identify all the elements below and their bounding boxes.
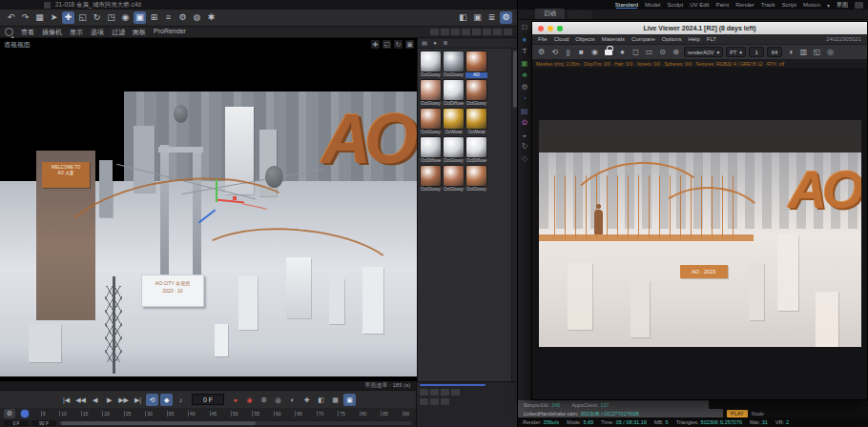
search-icon[interactable] bbox=[5, 28, 13, 36]
tracker-icon[interactable]: ◇ bbox=[522, 154, 527, 164]
material-label[interactable]: OctDiffuse bbox=[443, 101, 465, 107]
material-sphere-preview[interactable] bbox=[465, 165, 487, 187]
goto-start-button[interactable]: |◀ bbox=[60, 394, 72, 406]
move-icon[interactable]: ✚ bbox=[62, 11, 74, 24]
material-thumbnail[interactable]: OctGlossy bbox=[443, 165, 465, 193]
redo-icon[interactable]: ↷ bbox=[19, 11, 31, 24]
record-pla-icon[interactable]: ▦ bbox=[329, 394, 341, 406]
lv-reset-icon[interactable]: ◉ bbox=[589, 47, 600, 57]
timeline-settings-icon[interactable]: ⚙ bbox=[4, 409, 15, 418]
field-icon[interactable]: ▤ bbox=[521, 107, 528, 116]
menu-item[interactable]: 面板 bbox=[133, 28, 146, 37]
samples-field[interactable]: 64 bbox=[767, 47, 782, 57]
lv-focus-picker-icon[interactable]: ◻ bbox=[630, 47, 641, 57]
render-queue-icon[interactable]: ≣ bbox=[486, 11, 498, 24]
deformer-icon[interactable]: ⚙ bbox=[521, 83, 527, 92]
material-thumbnail[interactable]: OctMetal bbox=[465, 108, 487, 135]
layout-tab[interactable]: Render bbox=[735, 2, 754, 8]
material-list-icon[interactable]: ▤ bbox=[421, 39, 428, 47]
panel-scrollbar[interactable] bbox=[420, 384, 486, 386]
material-thumbnail[interactable]: OctGlossy bbox=[420, 108, 442, 135]
render-settings-icon[interactable]: ⚙ bbox=[500, 11, 512, 24]
kernel-dropdown[interactable]: PT▾ bbox=[726, 47, 746, 57]
range-end-field[interactable]: 90 F bbox=[31, 420, 56, 426]
coordinate-system-icon[interactable]: ◉ bbox=[119, 11, 132, 24]
effects-icon[interactable]: ✱ bbox=[205, 11, 217, 24]
menu-item[interactable]: Help bbox=[688, 36, 699, 42]
range-start-field[interactable]: 0 F bbox=[4, 420, 29, 426]
generator-icon[interactable]: ▣ bbox=[521, 59, 528, 69]
material-label[interactable]: OctGlossy bbox=[465, 101, 487, 107]
material-sphere-preview[interactable] bbox=[443, 108, 465, 130]
record-param-icon[interactable]: ◧ bbox=[315, 394, 327, 406]
current-frame-field[interactable]: 0 F bbox=[192, 394, 224, 405]
record-scale-icon[interactable]: ◐ bbox=[286, 394, 299, 406]
layout-tab[interactable]: Script bbox=[782, 2, 796, 8]
lv-denoise-icon[interactable]: ◎ bbox=[825, 47, 836, 57]
lv-scale-icon[interactable]: ◱ bbox=[812, 47, 822, 57]
toggle-view-icon[interactable]: ▣ bbox=[405, 40, 414, 49]
render-picture-viewer-icon[interactable]: ▣ bbox=[471, 11, 484, 24]
lv-settings-icon[interactable]: ⚙ bbox=[536, 47, 547, 57]
loop-mode-button[interactable]: ⟲ bbox=[146, 394, 158, 406]
last-tool-icon[interactable]: ◳ bbox=[105, 11, 117, 24]
material-sphere-preview[interactable] bbox=[420, 51, 442, 72]
panel-icons[interactable] bbox=[420, 389, 514, 396]
material-sphere-preview[interactable] bbox=[420, 136, 442, 158]
menu-item[interactable]: Options bbox=[662, 36, 682, 42]
record-position-icon[interactable]: ◎ bbox=[272, 394, 284, 406]
lv-light-icon[interactable]: ⊛ bbox=[671, 47, 681, 57]
material-label[interactable]: OctGlossy bbox=[465, 187, 487, 193]
layout-tab[interactable]: Standard bbox=[615, 2, 638, 8]
menu-item[interactable]: 查看 bbox=[21, 28, 34, 37]
left-titlebar[interactable]: 21-018 金属_城市跨海大桥.c4d bbox=[0, 0, 517, 10]
live-viewer-titlebar[interactable]: Live Viewer 2024.1 [R2] (8 days left) bbox=[532, 22, 867, 34]
menu-item[interactable]: Materials bbox=[602, 36, 625, 42]
autokey-button[interactable]: ◉ bbox=[243, 394, 256, 406]
timeline-scrollbar[interactable] bbox=[59, 421, 412, 425]
material-sphere-icon[interactable]: ● bbox=[431, 39, 439, 47]
material-scrollbar[interactable] bbox=[511, 49, 517, 381]
layout-tab[interactable]: Track bbox=[761, 2, 775, 8]
layout-tab[interactable]: UV Edit bbox=[690, 2, 709, 8]
keyframe-mode-button[interactable]: ◆ bbox=[160, 394, 173, 406]
sound-button[interactable]: ♪ bbox=[175, 394, 187, 406]
live-select-icon[interactable]: ➤ bbox=[48, 11, 60, 24]
lv-region-render-icon[interactable]: ▭ bbox=[644, 47, 654, 57]
material-thumbnail[interactable]: OctMetal bbox=[443, 108, 465, 135]
layout-caret-icon[interactable]: ▾ bbox=[827, 2, 830, 9]
material-sphere-preview[interactable] bbox=[465, 51, 487, 72]
menu-item[interactable]: Cloud bbox=[554, 36, 569, 42]
rectangle-select-icon[interactable]: ▦ bbox=[33, 11, 46, 24]
material-thumbnail[interactable]: OctGlossy bbox=[443, 136, 465, 164]
modeling-settings-icon[interactable]: ⚙ bbox=[176, 11, 189, 24]
record-rotation-icon[interactable]: ✚ bbox=[300, 394, 313, 406]
material-sphere-preview[interactable] bbox=[420, 165, 442, 187]
menu-item[interactable]: FLT bbox=[707, 36, 716, 42]
simulate-icon[interactable]: ↻ bbox=[522, 142, 528, 152]
volume-icon[interactable]: ◒ bbox=[523, 131, 527, 140]
material-thumbnail[interactable]: OctGlossy bbox=[443, 51, 465, 78]
orbit-view-icon[interactable]: ↻ bbox=[394, 40, 403, 49]
lock-resolution-icon[interactable] bbox=[605, 50, 612, 55]
material-thumbnail[interactable]: OctGlossy bbox=[420, 165, 442, 193]
prev-frame-button[interactable]: ◀ bbox=[89, 394, 101, 406]
material-thumbnail[interactable]: OctDiffuse bbox=[420, 136, 442, 164]
quantize-icon[interactable]: ≡ bbox=[162, 11, 175, 24]
material-sphere-preview[interactable] bbox=[443, 165, 465, 187]
material-sphere-preview[interactable] bbox=[443, 79, 465, 101]
layout-tab[interactable]: Model bbox=[645, 2, 660, 8]
lv-material-picker-icon[interactable]: ● bbox=[617, 47, 628, 57]
render-view-icon[interactable]: ◧ bbox=[457, 11, 469, 24]
lv-camera-icon[interactable]: ⊙ bbox=[657, 47, 668, 57]
material-label[interactable]: OctGlossy bbox=[420, 72, 442, 78]
panel-icons[interactable] bbox=[420, 398, 514, 405]
material-sphere-preview[interactable] bbox=[443, 51, 465, 72]
keyframe-settings-icon[interactable]: ⚙ bbox=[258, 394, 270, 406]
workplane-icon[interactable]: ⊞ bbox=[148, 11, 160, 24]
simulation-icon[interactable]: ◍ bbox=[191, 11, 203, 24]
material-label[interactable]: OctGlossy bbox=[420, 187, 442, 193]
next-frame-button[interactable]: ▶▶ bbox=[117, 394, 130, 406]
record-button[interactable]: ● bbox=[229, 394, 241, 406]
zoom-view-icon[interactable]: ◱ bbox=[382, 40, 391, 49]
